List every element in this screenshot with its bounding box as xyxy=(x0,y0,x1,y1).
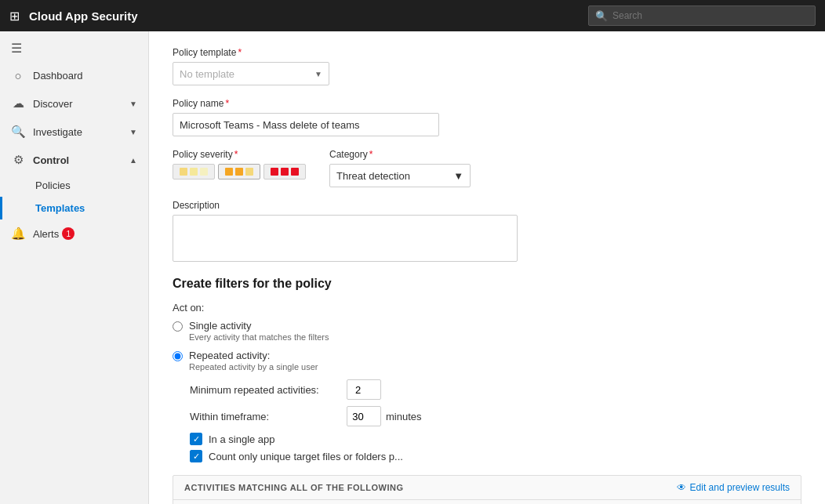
policy-name-row: Policy name* xyxy=(173,98,801,136)
sidebar-subitems: Policies Templates xyxy=(0,174,148,219)
main-content: Policy template* No template ▼ Policy na… xyxy=(149,31,825,504)
policy-template-label: Policy template* xyxy=(173,47,801,58)
within-timeframe-input[interactable] xyxy=(347,406,381,426)
min-repeated-label: Minimum repeated activities: xyxy=(190,384,347,396)
activities-header-title: ACTIVITIES MATCHING ALL OF THE FOLLOWING xyxy=(184,483,404,492)
activities-section: ACTIVITIES MATCHING ALL OF THE FOLLOWING… xyxy=(173,475,801,504)
min-repeated-input[interactable] xyxy=(347,379,381,400)
repeated-activity-radio[interactable] xyxy=(173,351,183,361)
policy-name-input[interactable] xyxy=(173,113,439,136)
single-activity-group: Single activity Every activity that matc… xyxy=(173,320,801,342)
chevron-down-icon: ▼ xyxy=(314,70,322,78)
search-icon: 🔍 xyxy=(595,10,608,22)
sidebar-item-policies[interactable]: Policies xyxy=(0,174,148,197)
single-activity-label[interactable]: Single activity xyxy=(189,320,251,332)
alerts-badge: 1 xyxy=(62,227,75,240)
repeated-activity-group: Repeated activity: Repeated activity by … xyxy=(173,350,801,372)
repeated-activity-label[interactable]: Repeated activity: xyxy=(189,350,270,361)
sidebar: ☰ ○ Dashboard ☁ Discover ▼ 🔍 Investigate… xyxy=(0,31,149,504)
severity-group: Policy severity* xyxy=(173,149,306,179)
chevron-down-icon: ▼ xyxy=(453,170,463,182)
timeframe-suffix: minutes xyxy=(386,411,422,422)
sidebar-item-templates[interactable]: Templates xyxy=(0,197,148,219)
alerts-label: Alerts xyxy=(33,228,59,240)
sidebar-item-label: Discover xyxy=(33,98,73,110)
severity-buttons xyxy=(173,164,306,179)
grid-icon: ⊞ xyxy=(9,9,20,24)
search-box[interactable]: 🔍 xyxy=(588,5,816,26)
chevron-down-icon: ▼ xyxy=(129,100,137,108)
sidebar-item-discover[interactable]: ☁ Discover ▼ xyxy=(0,89,148,118)
severity-medium-button[interactable] xyxy=(218,164,260,179)
section-title: Create filters for the policy xyxy=(173,277,801,291)
investigate-icon: 🔍 xyxy=(11,125,25,139)
sidebar-item-investigate[interactable]: 🔍 Investigate ▼ xyxy=(0,118,148,146)
search-input[interactable] xyxy=(612,10,809,21)
edit-preview-button[interactable]: 👁 Edit and preview results xyxy=(677,482,790,493)
sidebar-subitem-label: Templates xyxy=(35,202,85,214)
sidebar-item-dashboard[interactable]: ○ Dashboard xyxy=(0,62,148,89)
alerts-icon: 🔔 xyxy=(11,227,25,241)
sidebar-item-label: Investigate xyxy=(33,126,82,138)
within-timeframe-label: Within timeframe: xyxy=(190,411,347,422)
severity-high-button[interactable] xyxy=(263,164,306,179)
filter-row-1: ✕ App ▼ equals ▼ Microsoft Teams ▼ xyxy=(173,500,801,504)
count-unique-checkbox[interactable] xyxy=(190,450,202,462)
discover-icon: ☁ xyxy=(11,96,25,111)
severity-low-button[interactable] xyxy=(173,164,215,179)
in-single-app-label[interactable]: In a single app xyxy=(209,433,275,445)
sidebar-item-label: Dashboard xyxy=(33,70,83,82)
control-icon: ⚙ xyxy=(11,153,25,167)
severity-category-row: Policy severity* xyxy=(173,149,801,187)
category-value: Threat detection xyxy=(336,170,410,182)
policy-template-value: No template xyxy=(180,68,234,80)
policy-name-label: Policy name* xyxy=(173,98,801,109)
sidebar-item-alerts[interactable]: 🔔 Alerts 1 xyxy=(0,219,148,248)
dashboard-icon: ○ xyxy=(11,69,25,82)
category-select[interactable]: Threat detection ▼ xyxy=(329,164,471,187)
single-activity-sublabel: Every activity that matches the filters xyxy=(189,332,329,342)
chevron-up-icon: ▲ xyxy=(129,156,137,165)
topbar: ⊞ Cloud App Security 🔍 xyxy=(0,0,825,31)
hamburger-icon[interactable]: ☰ xyxy=(0,34,148,62)
in-single-app-row: In a single app xyxy=(190,433,801,445)
description-textarea[interactable] xyxy=(173,215,518,262)
description-row: Description xyxy=(173,200,801,264)
act-on-label: Act on: xyxy=(173,302,801,314)
severity-label: Policy severity* xyxy=(173,149,306,160)
chevron-down-icon: ▼ xyxy=(129,128,137,136)
eye-icon: 👁 xyxy=(677,482,686,493)
repeated-activity-sublabel: Repeated activity by a single user xyxy=(189,362,318,372)
policy-template-select[interactable]: No template ▼ xyxy=(173,62,329,85)
sidebar-subitem-label: Policies xyxy=(35,179,71,191)
within-timeframe-row: Within timeframe: minutes xyxy=(190,406,801,426)
policy-template-row: Policy template* No template ▼ xyxy=(173,47,801,85)
category-group: Category* Threat detection ▼ xyxy=(329,149,471,187)
count-unique-row: Count only unique target files or folder… xyxy=(190,450,801,462)
in-single-app-checkbox[interactable] xyxy=(190,433,202,445)
min-repeated-row: Minimum repeated activities: xyxy=(190,379,801,400)
repeated-activity-radio-item: Repeated activity: Repeated activity by … xyxy=(173,350,801,372)
category-label: Category* xyxy=(329,149,471,160)
app-title: Cloud App Security xyxy=(29,9,588,23)
sidebar-item-label: Control xyxy=(33,154,69,166)
single-activity-radio[interactable] xyxy=(173,321,183,332)
activities-header: ACTIVITIES MATCHING ALL OF THE FOLLOWING… xyxy=(173,476,801,500)
single-activity-radio-item: Single activity Every activity that matc… xyxy=(173,320,801,342)
description-label: Description xyxy=(173,200,801,211)
sidebar-item-control[interactable]: ⚙ Control ▲ xyxy=(0,146,148,174)
count-unique-label[interactable]: Count only unique target files or folder… xyxy=(209,451,403,462)
